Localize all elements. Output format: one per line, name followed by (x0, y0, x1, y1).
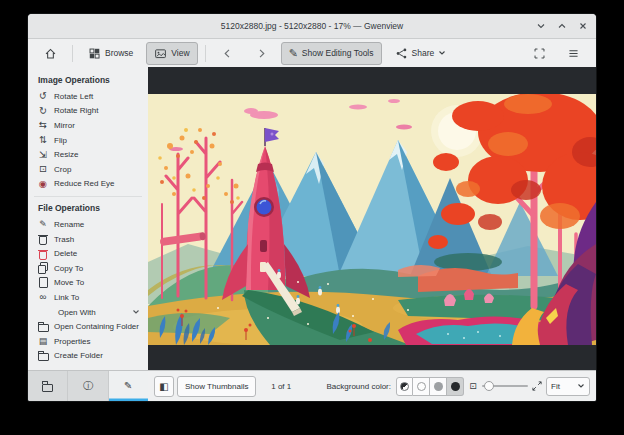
background-auto-icon (400, 382, 409, 391)
title-bar[interactable]: 5120x2880.jpg - 5120x2880 - 17% — Gwenvi… (28, 14, 596, 39)
sidebar-item-reduce-red-eye[interactable]: Reduce Red Eye (28, 177, 148, 192)
trash-icon (37, 233, 49, 245)
back-button[interactable] (213, 42, 242, 65)
sidebar-item-copy-to[interactable]: Copy To (28, 261, 148, 276)
view-label: View (171, 48, 189, 58)
flip-icon (37, 134, 49, 146)
view-image-icon (154, 47, 167, 60)
show-editing-tools-label: Show Editing Tools (302, 48, 374, 58)
red-eye-icon (37, 178, 49, 190)
editing-tools-sidebar: Image Operations Rotate Left Rotate Righ… (28, 67, 148, 370)
minimize-button[interactable] (535, 20, 547, 32)
fullscreen-button[interactable] (525, 42, 554, 65)
background-white-swatch[interactable] (413, 377, 430, 396)
maximize-button[interactable] (556, 20, 568, 32)
background-black-icon (451, 382, 460, 391)
operations-panel: Image Operations Rotate Left Rotate Righ… (28, 67, 148, 370)
tab-folders[interactable] (28, 371, 67, 401)
crop-icon (37, 163, 49, 175)
toolbar-separator (72, 45, 73, 62)
sidebar-item-link-to[interactable]: Link To (28, 290, 148, 305)
home-icon (44, 47, 57, 60)
document-icon (37, 335, 49, 347)
sidebar-item-properties[interactable]: Properties (28, 334, 148, 349)
item-label: Move To (54, 278, 84, 287)
item-label: Rotate Left (54, 92, 93, 101)
zoom-mode-dropdown[interactable]: Fit (546, 377, 590, 396)
item-label: Delete (54, 249, 77, 258)
sidebar-tab-bar (28, 371, 148, 401)
item-label: Reduce Red Eye (54, 179, 114, 188)
copy-icon (37, 262, 49, 274)
rotate-left-icon (37, 90, 49, 102)
thumbnail-bar-toggle-button[interactable]: ◧ (154, 376, 174, 397)
item-label: Create Folder (54, 351, 103, 360)
minimize-icon (536, 21, 546, 31)
section-title-image-operations: Image Operations (28, 70, 148, 89)
sidebar-item-rotate-right[interactable]: Rotate Right (28, 104, 148, 119)
item-label: Copy To (54, 264, 83, 273)
main-toolbar: Browse View ✎ Show Editing Tools Share (28, 39, 596, 67)
section-separator (34, 196, 142, 197)
main-area: Image Operations Rotate Left Rotate Righ… (28, 67, 596, 370)
move-icon (37, 277, 49, 289)
sidebar-item-rotate-left[interactable]: Rotate Left (28, 89, 148, 104)
fullscreen-icon (533, 47, 546, 60)
forward-icon (255, 47, 268, 60)
sidebar-item-mirror[interactable]: Mirror (28, 118, 148, 133)
background-color-group (396, 377, 464, 396)
show-thumbnails-button[interactable]: Show Thumbnails (177, 376, 256, 397)
item-label: Crop (54, 165, 71, 174)
info-icon (82, 379, 94, 393)
toolbar-separator (205, 45, 206, 62)
window-controls (535, 14, 589, 38)
item-label: Link To (54, 293, 79, 302)
zoom-full-icon[interactable] (531, 380, 543, 392)
bottom-row: ◧ Show Thumbnails 1 of 1 Background colo… (28, 370, 596, 401)
tab-information[interactable] (67, 371, 107, 401)
tab-editing-tools[interactable] (108, 371, 148, 401)
background-gray-swatch[interactable] (430, 377, 447, 396)
sidebar-item-open-containing-folder[interactable]: Open Containing Folder (28, 319, 148, 334)
item-label: Open Containing Folder (54, 322, 139, 331)
view-button[interactable]: View (146, 42, 197, 65)
background-black-swatch[interactable] (447, 377, 464, 396)
browse-button[interactable]: Browse (80, 42, 141, 65)
status-bar: ◧ Show Thumbnails 1 of 1 Background colo… (148, 371, 596, 401)
home-button[interactable] (36, 42, 65, 65)
item-label: Trash (54, 235, 74, 244)
share-icon (395, 47, 408, 60)
rename-icon (37, 218, 49, 230)
zoom-slider[interactable] (482, 378, 528, 394)
show-thumbnails-label: Show Thumbnails (185, 382, 248, 391)
photo-artwork (148, 94, 596, 345)
show-editing-tools-button[interactable]: ✎ Show Editing Tools (281, 42, 382, 65)
share-button[interactable]: Share (387, 42, 455, 65)
hamburger-menu-icon (567, 47, 580, 60)
sidebar-item-flip[interactable]: Flip (28, 133, 148, 148)
sidebar-item-resize[interactable]: Resize (28, 147, 148, 162)
sidebar-item-crop[interactable]: Crop (28, 162, 148, 177)
zoom-mode-value: Fit (551, 382, 560, 391)
zoom-fit-icon[interactable]: ⊡ (467, 381, 479, 391)
resize-icon (37, 149, 49, 161)
forward-button[interactable] (247, 42, 276, 65)
sidebar-item-rename[interactable]: Rename (28, 217, 148, 232)
sidebar-item-create-folder[interactable]: Create Folder (28, 349, 148, 364)
sidebar-item-move-to[interactable]: Move To (28, 276, 148, 291)
chevron-down-icon (132, 308, 140, 316)
sidebar-item-delete[interactable]: Delete (28, 246, 148, 261)
image-view[interactable] (148, 67, 596, 370)
sidebar-item-open-with[interactable]: Open With (28, 305, 148, 320)
background-auto-swatch[interactable] (396, 377, 413, 396)
menu-button[interactable] (559, 42, 588, 65)
share-label: Share (412, 48, 435, 58)
close-button[interactable] (577, 20, 589, 32)
link-icon (37, 291, 49, 303)
window-title: 5120x2880.jpg - 5120x2880 - 17% — Gwenvi… (221, 21, 403, 31)
chevron-down-icon (577, 382, 585, 390)
background-white-icon (417, 382, 426, 391)
folder-new-icon (37, 350, 49, 362)
sidebar-item-trash[interactable]: Trash (28, 232, 148, 247)
zoom-slider-handle[interactable] (484, 381, 494, 391)
